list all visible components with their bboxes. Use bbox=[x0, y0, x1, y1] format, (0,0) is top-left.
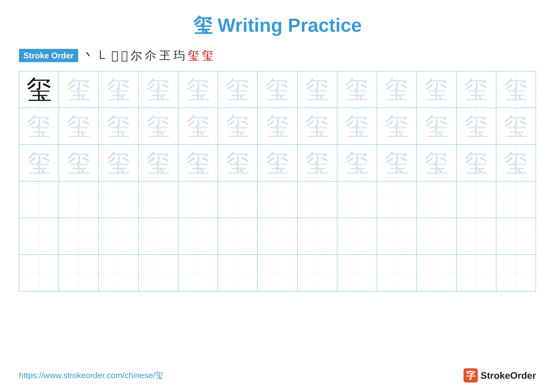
grid-cell-r2-c3[interactable]: 玺 bbox=[99, 108, 139, 144]
grid-cell-r4-c9[interactable] bbox=[337, 181, 377, 218]
grid-cell-r6-c12[interactable] bbox=[457, 255, 496, 291]
grid-cell-r6-c10[interactable] bbox=[377, 255, 417, 291]
char-faded: 玺 bbox=[425, 78, 448, 101]
stroke-6: 尒 bbox=[145, 48, 156, 63]
grid-cell-r4-c3[interactable] bbox=[99, 181, 139, 218]
char-faded: 玺 bbox=[27, 114, 51, 138]
grid-cell-r5-c12[interactable] bbox=[457, 218, 496, 254]
char-faded-dark: 玺 bbox=[146, 151, 170, 175]
grid-cell-r1-c1[interactable]: 玺 bbox=[19, 71, 59, 108]
grid-cell-r3-c7[interactable]: 玺 bbox=[258, 145, 297, 181]
grid-cell-r2-c1[interactable]: 玺 bbox=[19, 108, 59, 144]
grid-cell-r5-c1[interactable] bbox=[19, 218, 59, 254]
grid-cell-r3-c13[interactable]: 玺 bbox=[496, 145, 536, 181]
grid-cell-r4-c7[interactable] bbox=[258, 181, 297, 218]
grid-cell-r5-c11[interactable] bbox=[417, 218, 456, 254]
char-faded: 玺 bbox=[266, 114, 289, 138]
practice-grid: 玺 玺 玺 玺 玺 玺 玺 玺 玺 玺 玺 玺 玺 玺 玺 玺 玺 玺 玺 玺 … bbox=[19, 71, 536, 292]
grid-cell-r4-c10[interactable] bbox=[377, 181, 417, 218]
grid-cell-r4-c5[interactable] bbox=[178, 181, 218, 218]
grid-cell-r6-c9[interactable] bbox=[337, 255, 377, 291]
grid-cell-r1-c6[interactable]: 玺 bbox=[218, 71, 258, 108]
grid-cell-r3-c4[interactable]: 玺 bbox=[139, 145, 178, 181]
grid-cell-r3-c9[interactable]: 玺 bbox=[337, 145, 377, 181]
stroke-5: 尔 bbox=[131, 48, 142, 63]
grid-cell-r5-c5[interactable] bbox=[178, 218, 218, 254]
grid-cell-r2-c12[interactable]: 玺 bbox=[457, 108, 496, 144]
grid-cell-r4-c1[interactable] bbox=[19, 181, 59, 218]
grid-cell-r3-c10[interactable]: 玺 bbox=[377, 145, 417, 181]
grid-cell-r2-c4[interactable]: 玺 bbox=[139, 108, 178, 144]
stroke-1: 丶 bbox=[83, 48, 94, 63]
stroke-4: 𠃍 bbox=[121, 49, 128, 62]
char-faded-dark: 玺 bbox=[305, 151, 329, 175]
grid-cell-r2-c7[interactable]: 玺 bbox=[258, 108, 297, 144]
grid-cell-r5-c13[interactable] bbox=[496, 218, 536, 254]
grid-cell-r6-c1[interactable] bbox=[19, 255, 59, 291]
grid-cell-r5-c7[interactable] bbox=[258, 218, 297, 254]
grid-cell-r5-c6[interactable] bbox=[218, 218, 258, 254]
char-faded: 玺 bbox=[226, 114, 250, 138]
grid-cell-r2-c9[interactable]: 玺 bbox=[337, 108, 377, 144]
grid-cell-r2-c6[interactable]: 玺 bbox=[218, 108, 258, 144]
grid-cell-r4-c2[interactable] bbox=[59, 181, 99, 218]
grid-cell-r6-c11[interactable] bbox=[417, 255, 456, 291]
grid-cell-r1-c8[interactable]: 玺 bbox=[298, 71, 337, 108]
stroke-7: 玊 bbox=[159, 48, 171, 63]
grid-cell-r2-c10[interactable]: 玺 bbox=[377, 108, 417, 144]
grid-cell-r1-c10[interactable]: 玺 bbox=[377, 71, 417, 108]
grid-cell-r1-c13[interactable]: 玺 bbox=[496, 71, 536, 108]
title-text: 玺 Writing Practice bbox=[193, 14, 362, 36]
grid-cell-r6-c5[interactable] bbox=[178, 255, 218, 291]
grid-cell-r1-c7[interactable]: 玺 bbox=[258, 71, 297, 108]
grid-cell-r3-c5[interactable]: 玺 bbox=[178, 145, 218, 181]
grid-cell-r2-c5[interactable]: 玺 bbox=[178, 108, 218, 144]
stroke-9: 玺 bbox=[188, 48, 199, 63]
grid-cell-r6-c13[interactable] bbox=[496, 255, 536, 291]
grid-cell-r4-c13[interactable] bbox=[496, 181, 536, 218]
grid-cell-r1-c12[interactable]: 玺 bbox=[457, 71, 496, 108]
grid-cell-r6-c3[interactable] bbox=[99, 255, 139, 291]
grid-cell-r1-c2[interactable]: 玺 bbox=[59, 71, 99, 108]
grid-cell-r5-c9[interactable] bbox=[337, 218, 377, 254]
grid-cell-r2-c8[interactable]: 玺 bbox=[298, 108, 337, 144]
grid-cell-r4-c4[interactable] bbox=[139, 181, 178, 218]
grid-cell-r3-c3[interactable]: 玺 bbox=[99, 145, 139, 181]
grid-cell-r3-c11[interactable]: 玺 bbox=[417, 145, 456, 181]
grid-cell-r4-c12[interactable] bbox=[457, 181, 496, 218]
grid-cell-r6-c7[interactable] bbox=[258, 255, 297, 291]
grid-cell-r5-c3[interactable] bbox=[99, 218, 139, 254]
grid-cell-r1-c3[interactable]: 玺 bbox=[99, 71, 139, 108]
grid-cell-r1-c9[interactable]: 玺 bbox=[337, 71, 377, 108]
footer-url[interactable]: https://www.strokeorder.com/chinese/玺 bbox=[19, 370, 163, 381]
grid-cell-r5-c2[interactable] bbox=[59, 218, 99, 254]
grid-cell-r3-c6[interactable]: 玺 bbox=[218, 145, 258, 181]
char-faded: 玺 bbox=[305, 78, 329, 101]
strokeorder-logo-icon: 字 bbox=[464, 368, 478, 383]
grid-cell-r1-c11[interactable]: 玺 bbox=[417, 71, 456, 108]
char-faded: 玺 bbox=[146, 78, 170, 101]
grid-cell-r6-c8[interactable] bbox=[298, 255, 337, 291]
char-faded-dark: 玺 bbox=[464, 151, 488, 175]
grid-cell-r2-c2[interactable]: 玺 bbox=[59, 108, 99, 144]
grid-cell-r5-c10[interactable] bbox=[377, 218, 417, 254]
grid-cell-r4-c11[interactable] bbox=[417, 181, 456, 218]
char-faded: 玺 bbox=[67, 114, 91, 138]
grid-cell-r2-c13[interactable]: 玺 bbox=[496, 108, 536, 144]
grid-cell-r4-c8[interactable] bbox=[298, 181, 337, 218]
grid-cell-r6-c6[interactable] bbox=[218, 255, 258, 291]
grid-cell-r5-c8[interactable] bbox=[298, 218, 337, 254]
grid-cell-r1-c4[interactable]: 玺 bbox=[139, 71, 178, 108]
grid-cell-r1-c5[interactable]: 玺 bbox=[178, 71, 218, 108]
grid-cell-r6-c4[interactable] bbox=[139, 255, 178, 291]
grid-cell-r6-c2[interactable] bbox=[59, 255, 99, 291]
char-faded: 玺 bbox=[107, 114, 130, 138]
grid-cell-r3-c8[interactable]: 玺 bbox=[298, 145, 337, 181]
grid-cell-r5-c4[interactable] bbox=[139, 218, 178, 254]
grid-cell-r3-c1[interactable]: 玺 bbox=[19, 145, 59, 181]
page: 玺 Writing Practice Stroke Order 丶 ㇄ 𠃋 𠃍 … bbox=[0, 0, 555, 392]
grid-cell-r4-c6[interactable] bbox=[218, 181, 258, 218]
grid-cell-r2-c11[interactable]: 玺 bbox=[417, 108, 456, 144]
grid-cell-r3-c12[interactable]: 玺 bbox=[457, 145, 496, 181]
grid-cell-r3-c2[interactable]: 玺 bbox=[59, 145, 99, 181]
